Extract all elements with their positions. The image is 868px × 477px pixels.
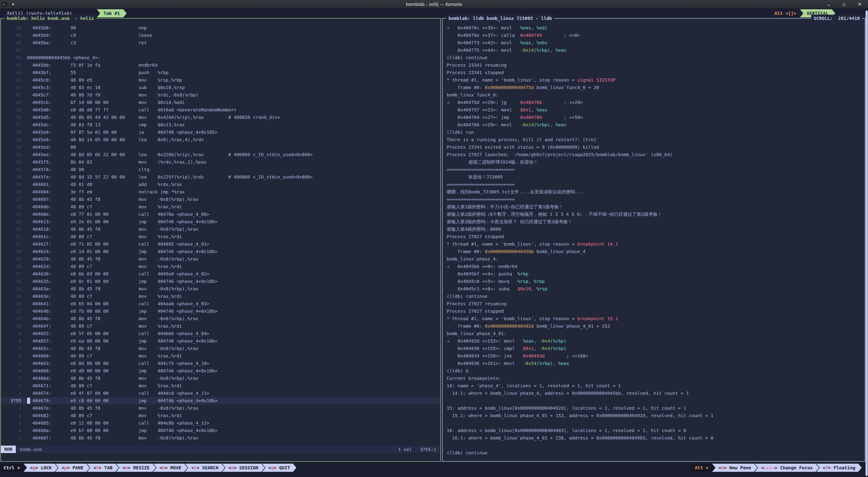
lldb-line: 15.1: where = bomb_linux`phase_4_01 + 15… — [447, 412, 865, 419]
asm-line: 27 404607: 48 8b 45 f8 mov -0x8(%rbp),%r… — [1, 196, 440, 203]
lldb-terminal-pane[interactable]: bomblab: lldb bomb_linux 723005 - lldb S… — [442, 18, 865, 462]
asm-line: 42 4045c3: 48 83 ec 10 sub $0x10,%rsp — [1, 84, 440, 91]
asm-line: 49 4045b9: c9 leave — [1, 32, 440, 39]
asm-text: 404624: e9 1d 01 00 00 jmp 404746 <phase… — [24, 248, 440, 255]
close-button[interactable]: ✕ — [858, 2, 862, 7]
lldb-line: ========================= — [447, 181, 865, 188]
lldb-line — [447, 442, 865, 449]
asm-text: 404630: e8 6b 03 00 00 call 4049a0 <phas… — [24, 270, 440, 278]
asm-line: 22 40461c: 48 89 c7 mov %rax,%rdi — [1, 233, 440, 241]
asm-line: 5 404663: e8 8d 06 00 00 call 404cf5 <ph… — [1, 360, 440, 367]
asm-line: 32 4045f5: 8b 04 02 mov (%rdx,%rax,1),%e… — [1, 158, 440, 166]
asm-text: 404657: e9 ea 00 00 00 jmp 404746 <phase… — [24, 337, 440, 345]
asm-text: 40464f: 48 89 c7 mov %rax,%rdi — [24, 322, 440, 330]
asm-text: 4045ba: c3 ret — [24, 39, 440, 46]
line-number: 2 — [1, 412, 24, 419]
lldb-line: 16.1: where = bomb_linux`phase_4_01 + 23… — [447, 434, 865, 442]
asm-text: 40461f: e8 71 02 00 00 call 404895 <phas… — [24, 241, 440, 248]
lldb-line: 0x404775 <+44>: movl -0x14(%rbp), %eax — [447, 46, 865, 54]
line-number: 5 — [1, 360, 24, 367]
lldb-line: 16: address = bomb_linux[0x0000000000404… — [447, 427, 865, 434]
line-number: 3 — [1, 419, 24, 427]
keybind-pane: <p> PANE — [55, 464, 90, 472]
asm-text: 4045f5: 8b 04 02 mov (%rdx,%rax,1),%eax — [24, 158, 440, 166]
lldb-line — [447, 397, 865, 405]
lldb-line: 0x404766 <+29>: movl -0x14(%rbp), %eax — [447, 121, 865, 129]
lldb-line: → 0x40475d <+20>: jg 0x404766 ; <+29> — [447, 99, 865, 106]
asm-text: 404663: e8 8d 06 00 00 call 404cf5 <phas… — [24, 360, 440, 367]
line-number: 19 — [1, 255, 24, 263]
line-number: 17 — [1, 270, 24, 278]
asm-line: 10 40464f: 48 89 c7 mov %rax,%rdi — [1, 322, 440, 330]
keybind-new-pane: <n> New Pane — [712, 464, 757, 472]
line-number: 3755 — [1, 397, 24, 405]
keybind-move: <h> MOVE — [153, 464, 188, 472]
asm-line: 15 40463a: 48 8b 45 f8 mov -0x8(%rbp),%r… — [1, 285, 440, 293]
asm-line: 1 40467e: 48 8b 45 f8 mov -0x8(%rbp),%ra… — [1, 405, 440, 412]
helix-cursor-position: 3755:1 — [420, 447, 436, 452]
zellij-status-bar: Ctrl + <g> LOCK<p> PANE<t> TAB<n> RESIZE… — [0, 462, 868, 477]
line-number: 1 — [1, 405, 24, 412]
asm-line: 41 4045c7: 48 89 7d f8 mov %rdi,-0x8(%rb… — [1, 91, 440, 99]
key-hint: p — [64, 465, 67, 471]
line-number: 47 — [1, 46, 24, 54]
asm-line: 2 404671: 48 89 c7 mov %rax,%rdi — [1, 382, 440, 389]
asm-text: 404679: e9 c8 00 00 00 jmp 404746 <phase… — [24, 397, 440, 405]
asm-line: 1 404674: e8 4f 07 00 00 call 404dc8 <ph… — [1, 389, 440, 397]
line-number: 8 — [1, 337, 24, 345]
line-number: 6 — [1, 352, 24, 360]
asm-line: 3755 404679: e9 c8 00 00 00 jmp 404746 <… — [1, 397, 440, 405]
line-number: 21 — [1, 241, 24, 248]
lldb-line: ========================= — [447, 196, 865, 203]
asm-text: 4045c7: 48 89 7d f8 mov %rdi,-0x8(%rbp) — [24, 91, 440, 99]
lldb-line: bomb_linux`func4_0: — [447, 91, 865, 99]
key-hint: f — [826, 465, 828, 471]
alt-bracket-hint: Alt <[]> — [774, 9, 796, 18]
asm-text: 4045bf: 55 push %rbp — [24, 69, 440, 76]
scrollbar-thumb[interactable] — [866, 10, 868, 476]
asm-line: 37 4045dc: 48 83 f8 13 cmp $0x13,%rax — [1, 121, 440, 129]
asm-text: 404604: 3e ff e0 notrack jmp *%rax — [24, 188, 440, 196]
minimize-button[interactable]: ⌄ — [827, 2, 831, 7]
lldb-line: 0x404934 <+159>: jne 0x40493d ; <+168> — [447, 352, 865, 360]
asm-line: 25 40460e: e8 77 01 00 00 call 40478a <p… — [1, 211, 440, 218]
lldb-line: frame #0: 0x00000000004045bb bomb_linux`… — [447, 248, 865, 255]
lldb-line: 欢迎你！723005 — [447, 173, 865, 181]
asm-text: 40462d: 48 89 c7 mov %rax,%rdi — [24, 263, 440, 270]
lldb-line: (lldb) continue — [447, 449, 865, 457]
left-pane-title: bomblab: helix bomb.asm - helix — [4, 15, 96, 22]
line-number: 15 — [1, 285, 24, 293]
line-number: 14 — [1, 293, 24, 300]
line-number: 7 — [1, 345, 24, 352]
line-number: 28 — [1, 188, 24, 196]
helix-statusline: NOR bomb.asm 1 sel 3755:1 — [1, 446, 440, 453]
lldb-line: Process 27027 launched: '/home/gh0s7/pro… — [447, 151, 865, 158]
helix-code: 50 4045b8: 90 nop49 4045b9: c9 leave48 4… — [1, 24, 440, 442]
asm-line: 35 4045e6: 48 8d 14 85 00 00 00 lea 0x0(… — [1, 136, 440, 144]
asm-line: 36 4045e0: 0f 87 5a 01 00 00 ja 404740 <… — [1, 129, 440, 136]
lldb-line: Process 23341 resuming — [447, 61, 865, 69]
tab-1[interactable]: Tab #1 — [97, 9, 127, 18]
lldb-line: → 0x4045bb <+0>: endbr64 — [447, 263, 865, 270]
lldb-line: 请输入第3级的密码：今夜没加班？ 你已经通过了第3级考验！ — [447, 218, 865, 225]
maximize-button[interactable]: ◇ — [842, 2, 846, 7]
alt-prefix: Alt + — [691, 464, 715, 472]
helix-editor-pane[interactable]: bomblab: helix bomb.asm - helix 50 4045b… — [0, 18, 441, 462]
asm-text: 40464b: 48 8b 45 f8 mov -0x8(%rbp),%rax — [24, 315, 440, 322]
asm-text: 40468f: 48 8b 45 f8 mov -0x8(%rbp),%rax — [24, 434, 440, 442]
konsole-scrollbar[interactable] — [865, 8, 868, 477]
lldb-line: 14.1: where = bomb_linux`phase_4, addres… — [447, 389, 865, 397]
asm-text: 404607: 48 8b 45 f8 mov -0x8(%rbp),%rax — [24, 196, 440, 203]
line-number: 23 — [1, 225, 24, 233]
lldb-line: 14: name = 'phase_4', locations = 1, res… — [447, 382, 865, 389]
asm-text: 40465c: 48 8b 45 f8 mov -0x8(%rbp),%rax — [24, 345, 440, 352]
asm-text: 40460b: 48 89 c7 mov %rax,%rdi — [24, 203, 440, 211]
asm-line: 39 4045d0: e8 d8 d0 ff ff call 4016ad <G… — [1, 106, 440, 114]
line-number: 26 — [1, 203, 24, 211]
lldb-line: 0x4045c0 <+5>: movq %rsp, %rbp — [447, 278, 865, 285]
line-number: 12 — [1, 308, 24, 315]
lldb-line: 0x40476e <+37>: callq 0x404749 ; <+0> — [447, 32, 865, 39]
helix-filename: bomb.asm — [20, 447, 41, 452]
asm-line: 21 40461f: e8 71 02 00 00 call 404895 <p… — [1, 241, 440, 248]
lldb-line: Process 23341 stopped — [447, 69, 865, 76]
